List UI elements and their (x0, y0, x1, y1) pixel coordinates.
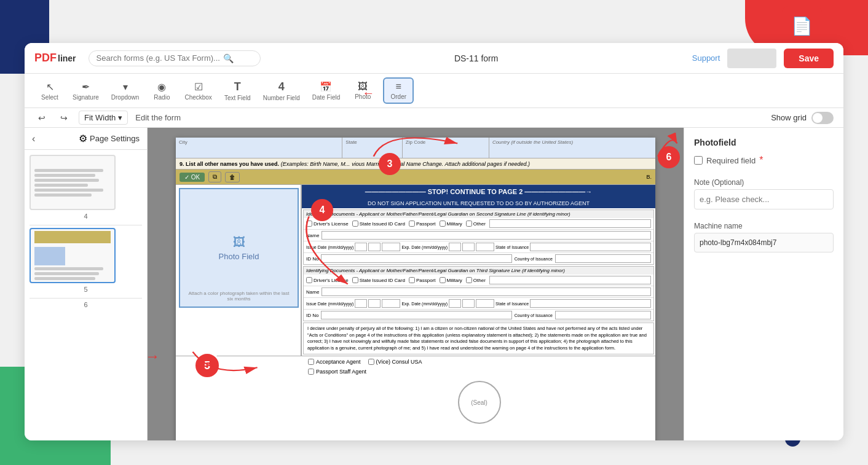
sub-toolbar: ↩ ↪ Fit Width ▾ Edit the form Show grid (25, 108, 843, 128)
issue-date-label-2: Issue Date (mm/dd/yyyy) (306, 245, 353, 249)
tool-order[interactable]: ≡ Order (383, 77, 414, 104)
search-icon: 🔍 (223, 53, 234, 63)
passport-cb-2[interactable] (409, 221, 415, 227)
delete-button[interactable]: 🗑 (225, 172, 240, 182)
note-input[interactable] (694, 189, 834, 209)
page-thumb-4[interactable]: 4 (30, 155, 142, 220)
state-id-cb-2[interactable] (352, 221, 358, 227)
other-cb-3[interactable] (466, 277, 472, 283)
page-thumb-6[interactable]: 6 (30, 301, 142, 308)
right-panel: Photofield Required field * Note (Option… (684, 128, 843, 440)
vice-consul-cb[interactable] (368, 359, 374, 365)
page-settings-icon: ⚙ (79, 133, 87, 144)
military-cb-2[interactable] (440, 221, 446, 227)
page-line (34, 277, 95, 280)
issue-dd-2 (368, 243, 381, 251)
other-input-3 (489, 276, 651, 284)
search-input[interactable] (97, 53, 219, 63)
exp-yyyy-3 (476, 299, 494, 308)
military-check-3[interactable]: Military (440, 277, 462, 283)
country-issuance-input-2 (555, 254, 651, 263)
page-thumb-5[interactable]: 5 (30, 228, 142, 293)
page-line (34, 169, 103, 172)
idno-row-2: ID No Country of Issuance (304, 252, 653, 264)
tool-checkbox[interactable]: ☑ Checkbox (180, 79, 216, 103)
show-grid-toggle[interactable] (811, 112, 834, 124)
drivers-license-cb-2[interactable] (306, 221, 312, 227)
search-bar[interactable]: 🔍 (89, 50, 261, 66)
page-line (34, 184, 88, 187)
photofield-section: Photofield Required field * (694, 138, 834, 166)
undo-button[interactable]: ↩ (34, 112, 49, 124)
tool-text-field[interactable]: T Text Field (219, 78, 256, 104)
tool-radio[interactable]: ◉ Radio (146, 79, 177, 103)
zip-input (406, 145, 486, 156)
drivers-license-check-3[interactable]: Driver's License (306, 277, 349, 283)
passport-check-2[interactable]: Passport (409, 221, 436, 227)
page-thumb-img-5 (30, 228, 116, 283)
ok-toolbar: ✓ OK ⧉ 🗑 B. (176, 170, 655, 185)
date-field-icon: 📅 (320, 81, 332, 93)
acceptance-row: Acceptance Agent (Vice) Consul USA (176, 356, 655, 367)
logo-liner-text: liner (58, 53, 76, 63)
required-field-checkbox[interactable] (694, 156, 703, 165)
page-line (34, 267, 103, 270)
other-input-2 (489, 219, 651, 228)
photo-subtext: Attach a color photograph taken within t… (180, 291, 298, 302)
state-id-check-2[interactable]: State Issued ID Card (352, 221, 405, 227)
other-check-3[interactable]: Other (466, 277, 486, 283)
annotation-4: 4 (311, 199, 333, 221)
sidebar-title: Page Settings (90, 134, 140, 143)
tool-date-field[interactable]: 📅 Date Field (307, 79, 345, 103)
acceptance-agent-check[interactable]: Acceptance Agent (308, 359, 361, 365)
state-label: State (345, 139, 399, 145)
tool-signature[interactable]: ✒ Signature (68, 79, 104, 103)
copy-button[interactable]: ⧉ (208, 171, 221, 182)
photo-field-box[interactable]: 🖼 Photo Field Attach a color photograph … (179, 188, 299, 308)
support-link[interactable]: Support (692, 53, 720, 63)
tool-select[interactable]: ↖ Select (34, 79, 65, 103)
military-check-2[interactable]: Military (440, 221, 462, 227)
other-check-2[interactable]: Other (466, 221, 486, 227)
idno-label-3: ID No (306, 313, 318, 318)
ok-button[interactable]: ✓ OK (180, 173, 205, 182)
tool-dropdown[interactable]: ▾ Dropdown (106, 79, 144, 103)
save-button[interactable]: Save (784, 49, 834, 68)
fit-width-dropdown[interactable]: Fit Width ▾ (79, 111, 128, 125)
fit-width-label: Fit Width (84, 113, 116, 122)
acceptance-agent-cb[interactable] (308, 359, 314, 365)
state-id-check-3[interactable]: State Issued ID Card (352, 277, 405, 283)
required-star: * (759, 155, 763, 166)
country-cell: Country (if outside the United States) (489, 138, 655, 158)
drivers-license-check-2[interactable]: Driver's License (306, 221, 349, 227)
drivers-license-cb-3[interactable] (306, 277, 312, 283)
vice-consul-check[interactable]: (Vice) Consul USA (368, 359, 422, 365)
number-field-icon: 4 (278, 80, 285, 93)
idno-input-2 (321, 254, 511, 263)
passport-check-3[interactable]: Passport (409, 277, 436, 283)
redo-button[interactable]: ↪ (57, 112, 71, 124)
photo-field-label: Photo Field (219, 252, 259, 261)
annotation-3: 3 (379, 153, 401, 175)
id-docs-section-3: Identifying Documents - Applicant or Mot… (303, 266, 654, 321)
passport-staff-cb[interactable] (308, 369, 314, 375)
page-content-5 (31, 228, 114, 283)
sidebar-pages: 4 5 (25, 150, 147, 440)
required-field-row[interactable]: Required field * (694, 155, 834, 166)
sidebar-collapse-button[interactable]: ‹ (32, 133, 35, 144)
name-row-2: Name (304, 229, 653, 241)
military-cb-3[interactable] (440, 277, 446, 283)
document-area[interactable]: 6 City State Zip Code (148, 128, 684, 440)
passport-staff-check[interactable]: Passport Staff Agent (308, 369, 366, 375)
tool-number-field[interactable]: 4 Number Field (258, 78, 305, 104)
select-icon: ↖ (46, 81, 54, 93)
user-area (727, 49, 776, 68)
declaration-text: I declare under penalty of perjury all o… (303, 322, 654, 354)
radio-label: Radio (154, 94, 170, 101)
id-docs-checkboxes-3: Driver's License State Issued ID Card Pa… (304, 275, 653, 286)
state-issuance-input-3 (530, 299, 651, 308)
passport-cb-3[interactable] (409, 277, 415, 283)
other-cb-2[interactable] (466, 221, 472, 227)
state-id-cb-3[interactable] (352, 277, 358, 283)
logo-pdf-text: PDF (34, 52, 57, 64)
